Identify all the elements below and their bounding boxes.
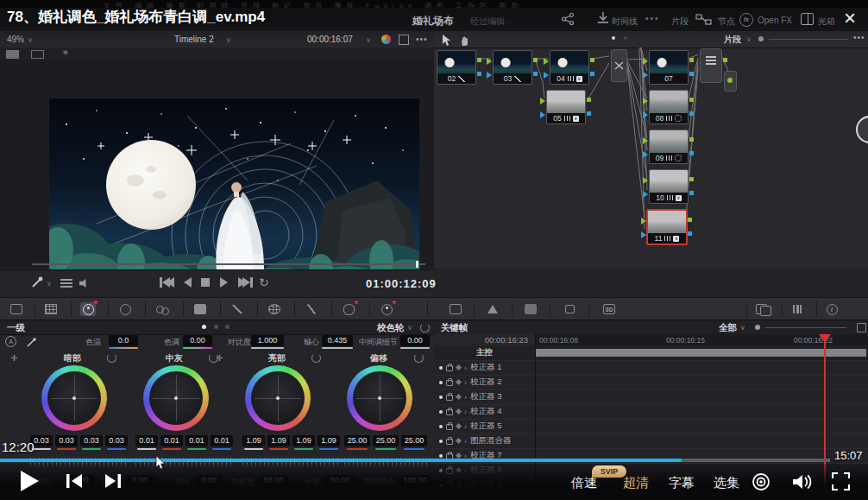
scopes-icon[interactable]: [790, 302, 806, 316]
viewer-options-icon[interactable]: •••: [416, 35, 428, 44]
lift-wheel[interactable]: [41, 365, 107, 431]
gamma-r[interactable]: 0.01: [160, 435, 183, 446]
clips-view-button[interactable]: 片段: [671, 16, 689, 28]
auto-balance-icon[interactable]: A: [5, 336, 16, 347]
master-clip-bar[interactable]: [536, 349, 866, 357]
lift-r[interactable]: 0.03: [55, 435, 78, 446]
subtitles-button[interactable]: 字幕: [669, 475, 695, 491]
keyframe-ruler[interactable]: 00:00:16:23 00:00:16:08 00:00:16:15 00:0…: [434, 334, 868, 346]
jog-playhead[interactable]: [416, 261, 418, 268]
adj-value[interactable]: 0.0: [109, 335, 138, 346]
keyframe-filter-select[interactable]: 全部: [719, 322, 737, 334]
track-layer-mixer[interactable]: ›图层混合器: [434, 434, 868, 449]
last-frame-button[interactable]: [238, 277, 253, 288]
motion-effects-icon[interactable]: [192, 302, 208, 316]
node-options-icon[interactable]: •••: [853, 33, 865, 42]
color-warper-icon[interactable]: [267, 302, 282, 316]
offset-r[interactable]: 25.00: [344, 435, 370, 446]
loop-icon[interactable]: ↻: [259, 275, 269, 289]
offset-b[interactable]: 25.00: [401, 435, 427, 446]
lift-reset-icon[interactable]: [107, 353, 116, 363]
kf-expand-icon[interactable]: [857, 323, 866, 332]
tracker-icon[interactable]: [379, 302, 394, 316]
wipe-mode-icon[interactable]: [6, 50, 19, 59]
info-icon[interactable]: i: [824, 302, 840, 316]
gain-r[interactable]: 1.09: [267, 435, 290, 446]
key-icon[interactable]: [523, 302, 538, 316]
parallel-mixer-node[interactable]: [611, 49, 627, 82]
gamma-wheel[interactable]: [143, 365, 209, 431]
color-viewer-icon[interactable]: [381, 35, 391, 44]
expand-viewer-icon[interactable]: [399, 35, 409, 45]
fullscreen-icon[interactable]: [832, 472, 850, 494]
track-master[interactable]: 主控: [434, 345, 868, 361]
previous-button[interactable]: [66, 473, 83, 492]
play-forward-button[interactable]: [220, 277, 228, 288]
power-window-icon[interactable]: [341, 302, 356, 316]
play-button[interactable]: [19, 470, 40, 496]
lightbox-button[interactable]: 光箱: [818, 16, 835, 28]
color-wheels-icon[interactable]: [80, 302, 96, 316]
kf-zoom-slider[interactable]: [765, 327, 846, 328]
wheel-mode-select[interactable]: 校色轮: [377, 322, 405, 334]
track-corrector-5[interactable]: ›校正器 5: [434, 419, 868, 434]
track-corrector-1[interactable]: ›校正器 1: [434, 360, 868, 376]
openfx-icon[interactable]: fx: [739, 13, 753, 27]
adj-value[interactable]: 0.00: [400, 335, 430, 346]
player-progress-bar[interactable]: [0, 459, 830, 462]
lightbox-icon[interactable]: [801, 13, 814, 25]
hdr-wheels-icon[interactable]: [117, 302, 133, 316]
adj-value[interactable]: 0.00: [183, 335, 212, 346]
node-08[interactable]: 08: [649, 90, 689, 124]
sizing-icon[interactable]: [562, 302, 577, 316]
adj-value[interactable]: 0.435: [322, 335, 353, 346]
quality-button[interactable]: 超清: [623, 475, 649, 491]
viewer-timeline-select[interactable]: Timeline 2: [174, 35, 214, 44]
gamma-g[interactable]: 0.01: [186, 435, 208, 446]
eyedropper-icon[interactable]: [31, 276, 43, 292]
chevron-down-icon[interactable]: ∨: [47, 280, 52, 288]
magic-mask-icon[interactable]: [448, 302, 463, 316]
lift-b[interactable]: 0.03: [105, 435, 128, 446]
offset-wheel[interactable]: [347, 365, 412, 431]
adj-value[interactable]: 1.000: [251, 335, 284, 346]
track-corrector-2[interactable]: ›校正器 2: [434, 375, 868, 390]
stereo-3d-icon[interactable]: 3D: [601, 302, 617, 316]
node-04[interactable]: 04∨: [550, 50, 589, 85]
picker-wand-icon[interactable]: [26, 336, 37, 351]
gain-reset-icon[interactable]: [311, 353, 321, 363]
kf-zoom-knob[interactable]: [755, 325, 760, 330]
grid-mode-icon[interactable]: [31, 50, 44, 59]
next-button[interactable]: [104, 473, 122, 492]
nodes-view-icon[interactable]: [695, 13, 713, 28]
layer-mixer-node[interactable]: [700, 48, 722, 83]
qualifier-icon[interactable]: [304, 302, 319, 316]
zoom-slider-knob[interactable]: [758, 36, 764, 41]
episodes-button[interactable]: 选集: [714, 475, 739, 491]
topbar-ellipsis-icon[interactable]: •••: [645, 14, 660, 23]
output-node[interactable]: [724, 71, 737, 92]
camera-raw-icon[interactable]: [9, 302, 24, 316]
viewer-zoom-select[interactable]: 49%: [7, 35, 24, 44]
node-10[interactable]: 10∨: [649, 169, 689, 204]
node-graph[interactable]: 02 03 04∨ 05∨ 0: [434, 47, 868, 268]
node-03[interactable]: 03: [493, 50, 532, 85]
gain-wheel[interactable]: [245, 365, 311, 431]
first-frame-button[interactable]: [160, 277, 174, 288]
close-icon[interactable]: ×: [844, 6, 856, 30]
curves-icon[interactable]: [230, 302, 245, 316]
gain-g[interactable]: 1.09: [292, 435, 315, 446]
track-corrector-3[interactable]: ›校正器 3: [434, 389, 868, 405]
offset-reset-icon[interactable]: [414, 353, 424, 363]
node-05[interactable]: 05∨: [546, 90, 586, 124]
settings-target-icon[interactable]: [752, 472, 771, 495]
viewer-timecode[interactable]: 00:00:16:07: [307, 35, 353, 44]
gamma-b[interactable]: 0.01: [211, 435, 233, 446]
share-icon[interactable]: [561, 13, 575, 28]
hdr-zones-icon[interactable]: [43, 302, 59, 316]
volume-icon[interactable]: [792, 472, 813, 495]
lift-picker-icon[interactable]: ✛: [10, 353, 17, 363]
gamma-y[interactable]: 0.01: [135, 435, 158, 446]
node-09[interactable]: 09: [649, 130, 689, 164]
panel-reset-icon[interactable]: [420, 323, 430, 332]
